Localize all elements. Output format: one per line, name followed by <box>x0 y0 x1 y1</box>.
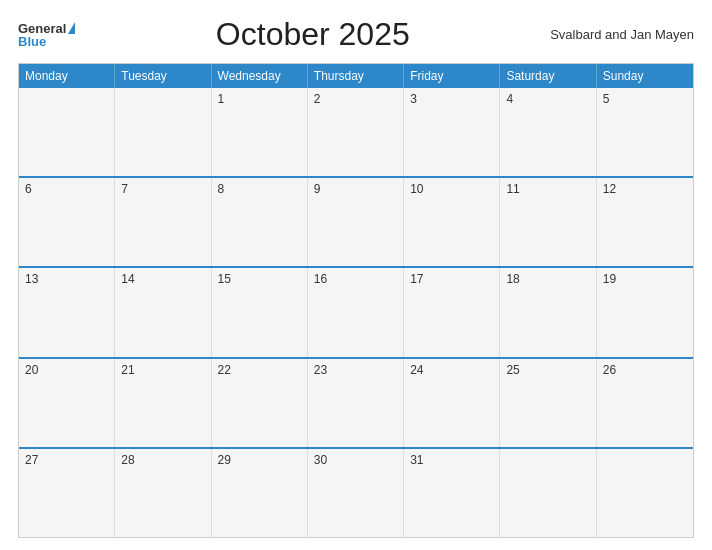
day-cell: 6 <box>19 178 115 266</box>
header-sunday: Sunday <box>597 64 693 88</box>
day-cell: 27 <box>19 449 115 537</box>
week-row-2: 6 7 8 9 10 11 12 <box>19 176 693 266</box>
day-cell: 14 <box>115 268 211 356</box>
day-headers-row: Monday Tuesday Wednesday Thursday Friday… <box>19 64 693 88</box>
page: General Blue October 2025 Svalbard and J… <box>0 0 712 550</box>
week-row-3: 13 14 15 16 17 18 19 <box>19 266 693 356</box>
calendar: Monday Tuesday Wednesday Thursday Friday… <box>18 63 694 538</box>
day-cell: 24 <box>404 359 500 447</box>
weeks-container: 1 2 3 4 5 6 7 8 9 10 11 12 13 14 15 16 <box>19 88 693 537</box>
day-cell: 25 <box>500 359 596 447</box>
week-row-4: 20 21 22 23 24 25 26 <box>19 357 693 447</box>
day-cell: 20 <box>19 359 115 447</box>
day-cell: 23 <box>308 359 404 447</box>
header-saturday: Saturday <box>500 64 596 88</box>
header-tuesday: Tuesday <box>115 64 211 88</box>
logo: General Blue <box>18 22 75 48</box>
day-cell: 3 <box>404 88 500 176</box>
day-cell <box>19 88 115 176</box>
logo-general-text: General <box>18 22 66 35</box>
day-cell: 7 <box>115 178 211 266</box>
day-cell: 10 <box>404 178 500 266</box>
calendar-title: October 2025 <box>75 16 550 53</box>
header-friday: Friday <box>404 64 500 88</box>
day-cell: 18 <box>500 268 596 356</box>
header-thursday: Thursday <box>308 64 404 88</box>
day-cell: 1 <box>212 88 308 176</box>
day-cell: 29 <box>212 449 308 537</box>
logo-blue-text: Blue <box>18 35 75 48</box>
header-monday: Monday <box>19 64 115 88</box>
day-cell <box>597 449 693 537</box>
day-cell: 4 <box>500 88 596 176</box>
day-cell: 31 <box>404 449 500 537</box>
day-cell: 16 <box>308 268 404 356</box>
day-cell: 17 <box>404 268 500 356</box>
day-cell: 9 <box>308 178 404 266</box>
logo-triangle-icon <box>68 22 75 34</box>
week-row-5: 27 28 29 30 31 <box>19 447 693 537</box>
day-cell: 30 <box>308 449 404 537</box>
day-cell <box>500 449 596 537</box>
day-cell: 12 <box>597 178 693 266</box>
day-cell: 13 <box>19 268 115 356</box>
region-label: Svalbard and Jan Mayen <box>550 27 694 42</box>
day-cell: 15 <box>212 268 308 356</box>
day-cell: 11 <box>500 178 596 266</box>
day-cell: 21 <box>115 359 211 447</box>
day-cell: 8 <box>212 178 308 266</box>
day-cell: 5 <box>597 88 693 176</box>
header-wednesday: Wednesday <box>212 64 308 88</box>
week-row-1: 1 2 3 4 5 <box>19 88 693 176</box>
header: General Blue October 2025 Svalbard and J… <box>18 16 694 53</box>
day-cell: 22 <box>212 359 308 447</box>
day-cell: 19 <box>597 268 693 356</box>
day-cell: 2 <box>308 88 404 176</box>
day-cell: 26 <box>597 359 693 447</box>
day-cell <box>115 88 211 176</box>
day-cell: 28 <box>115 449 211 537</box>
